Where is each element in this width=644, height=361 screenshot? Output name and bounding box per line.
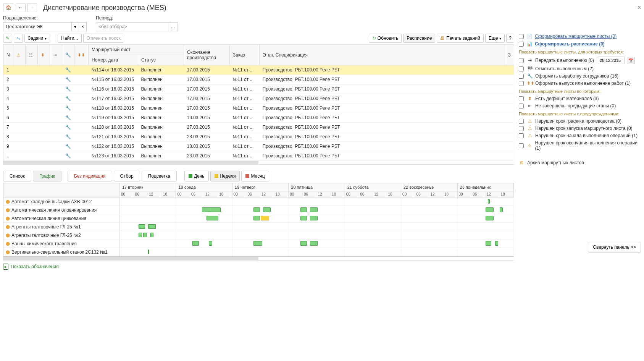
mark-done-check[interactable] <box>519 66 524 71</box>
print-jobs-button[interactable]: 🖶 Печать заданий <box>437 34 484 43</box>
deficit-label[interactable]: Есть дефицит материалов (3) <box>535 96 599 101</box>
tasks-dropdown[interactable]: Задачи <box>24 34 50 43</box>
section-by: Показать маршрутные листы по которым: <box>519 89 641 94</box>
col-warn-icon[interactable]: ⚠ <box>13 45 26 65</box>
warn-end-ops-check[interactable] <box>519 143 524 148</box>
collapse-panel-button[interactable]: Свернуть панель >> <box>588 242 641 253</box>
form-route-sheets-link[interactable]: Сформировать маршрутные листы (0) <box>535 34 617 39</box>
table-row[interactable]: 7🔧№120 от 16.03.2015Выполнен27.03.2015№1… <box>3 123 514 132</box>
transfer-check[interactable] <box>519 58 524 63</box>
col-wrench-icon[interactable]: 🔧 <box>62 45 74 65</box>
home-button[interactable]: 🏠 <box>3 3 14 12</box>
transfer-label[interactable]: Передать к выполнению (0) <box>535 58 594 63</box>
day-button[interactable]: День <box>184 171 209 181</box>
register-release-label[interactable]: Оформить выпуск или выполнение работ (1) <box>535 81 631 86</box>
archive-link[interactable]: Архив маршрутных листов <box>527 160 584 165</box>
table-row[interactable]: 6🔧№119 от 16.03.2015Выполнен19.03.2015№1… <box>3 113 514 123</box>
no-indication-tab[interactable]: Без индикации <box>68 171 112 181</box>
edit-button[interactable]: ✎ <box>3 34 12 43</box>
form-schedule-check[interactable] <box>519 42 524 47</box>
register-output-check[interactable] <box>519 74 524 79</box>
gantt-row[interactable]: ⬤Автоматическая линия цинкования <box>3 214 514 223</box>
subdivision-select[interactable]: Цех заготовки ЭК <box>3 22 72 31</box>
col-order[interactable]: Заказ <box>230 45 260 65</box>
share-button[interactable]: ⇋ <box>14 34 23 43</box>
period-picker[interactable]: … <box>168 22 178 31</box>
refresh-label: Обновить <box>378 36 398 41</box>
gantt-scrollbar[interactable] <box>3 257 514 261</box>
week-button[interactable]: Неделя <box>210 171 240 181</box>
table-row[interactable]: 5🔧№118 от 16.03.2015Выполнен17.03.2015№1… <box>3 104 514 113</box>
col-calendar-icon[interactable]: ☷ <box>26 45 38 65</box>
warning-icon: ⚠ <box>527 126 533 131</box>
archive-icon: 🗎 <box>519 160 525 165</box>
warn-start-route-label[interactable]: Нарушен срок запуска маршрутного листа (… <box>535 126 633 131</box>
highlight-tab[interactable]: Подсветка <box>142 171 177 181</box>
warn-start-route-check[interactable] <box>519 126 524 131</box>
subdivision-dropdown[interactable]: ▾ <box>72 22 79 31</box>
col-number-date[interactable]: Номер, дата <box>89 55 138 65</box>
close-icon[interactable]: × <box>638 4 641 11</box>
release-icon: ⬍⬍ <box>527 81 533 86</box>
transfer-date-picker-icon[interactable]: 📅 <box>627 57 635 64</box>
section-required: Показать маршрутные листы, для которых т… <box>519 50 641 54</box>
col-route-sheet[interactable]: Маршрутный лист <box>89 45 184 55</box>
table-row[interactable]: 3🔧№116 от 16.03.2015Выполнен17.03.2015№1… <box>3 84 514 94</box>
col-end-production[interactable]: Окончание производства <box>184 45 230 65</box>
table-row[interactable]: ..🔧№123 от 16.03.2015Выполнен23.03.2015№… <box>3 151 514 161</box>
mark-done-label[interactable]: Отметить выполненным (2) <box>535 66 594 71</box>
month-label: Месяц <box>251 173 265 179</box>
month-button[interactable]: Месяц <box>241 171 269 181</box>
table-row[interactable]: 4🔧№117 от 16.03.2015Выполнен17.03.2015№1… <box>3 94 514 104</box>
schedule-button[interactable]: Расписание <box>403 34 435 43</box>
form-route-sheets-check[interactable] <box>519 34 524 39</box>
cancel-search-button[interactable]: Отменить поиск <box>83 34 124 43</box>
form-schedule-link[interactable]: Сформировать расписание (0) <box>535 41 605 47</box>
show-designations[interactable]: ▸ Показать обозначения <box>3 264 59 270</box>
back-button[interactable]: ← <box>16 3 26 12</box>
horizontal-scrollbar[interactable] <box>3 161 514 165</box>
register-output-label[interactable]: Оформить выработку сотрудников (16) <box>535 73 618 79</box>
forward-button[interactable]: → <box>27 3 37 12</box>
col-status[interactable]: Статус <box>138 55 184 65</box>
warn-start-ops-label[interactable]: Нарушен срок начала выполнения операций … <box>535 133 638 138</box>
help-button[interactable]: ? <box>506 34 514 43</box>
gantt-row[interactable]: ⬤Агрегаты галтовочные ГЛ-25 №1 <box>3 223 514 231</box>
gantt-row[interactable]: ⬤Агрегаты галтовочные ГЛ-25 №2 <box>3 231 514 240</box>
period-input[interactable] <box>96 22 168 31</box>
warn-end-ops-label[interactable]: Нарушен срок окончания выполнения операц… <box>535 140 641 151</box>
gantt-row[interactable]: ⬤Автомат холодной высадки АХВ-0012 <box>3 197 514 206</box>
gantt-row[interactable]: ⬤Вертикально-сверлильный станок 2С132 №1 <box>3 248 514 256</box>
deficit-check[interactable] <box>519 96 524 101</box>
form-route-icon: 📄 <box>527 34 533 39</box>
gantt-row[interactable]: ⬤Автоматическая линия оловянирования <box>3 206 514 214</box>
subdivision-clear[interactable]: × <box>79 22 87 31</box>
table-row[interactable]: 8🔧№121 от 16.03.2015Выполнен23.03.2015№1… <box>3 132 514 142</box>
col-n[interactable]: N <box>3 45 13 65</box>
col-three[interactable]: 3 <box>505 45 514 65</box>
warn-schedule-check[interactable] <box>519 119 524 124</box>
warn-start-ops-check[interactable] <box>519 133 524 138</box>
transfer-date[interactable] <box>598 57 625 64</box>
register-release-check[interactable] <box>519 81 524 86</box>
col-output-icon[interactable]: ⬍⬍ <box>74 45 89 65</box>
table-row[interactable]: 1🔧№114 от 16.03.2015Выполнен17.03.2015№1… <box>3 65 514 75</box>
find-button[interactable]: Найти... <box>58 34 81 43</box>
list-tab[interactable]: Список <box>3 171 31 181</box>
table-row[interactable]: 9🔧№122 от 16.03.2015Выполнен18.03.2015№1… <box>3 142 514 151</box>
gantt-row[interactable]: ⬤Ванны химического травления <box>3 240 514 248</box>
prev-stages-check[interactable] <box>519 104 524 108</box>
col-materials-icon[interactable]: ⬍ <box>38 45 50 65</box>
designations-label: Показать обозначения <box>11 264 59 269</box>
gantt-chart[interactable]: 17 вторник0006121818 среда0006121819 чет… <box>3 183 514 257</box>
table-row[interactable]: 2🔧№115 от 16.03.2015Выполнен17.03.2015№1… <box>3 75 514 84</box>
prev-stages-label[interactable]: Не завершены предыдущие этапы (0) <box>535 103 616 108</box>
warn-schedule-label[interactable]: Нарушен срок графика производства (0) <box>535 118 621 124</box>
more-button[interactable]: Еще <box>485 34 505 43</box>
col-stage-spec[interactable]: Этап, Спецификация <box>260 45 505 65</box>
refresh-button[interactable]: ↻ Обновить <box>369 34 402 43</box>
transfer-icon: ⇥ <box>527 58 533 63</box>
chart-tab[interactable]: График <box>33 171 61 181</box>
col-transfer-icon[interactable]: ⇥ <box>50 45 62 65</box>
selection-tab[interactable]: Отбор <box>114 171 140 181</box>
